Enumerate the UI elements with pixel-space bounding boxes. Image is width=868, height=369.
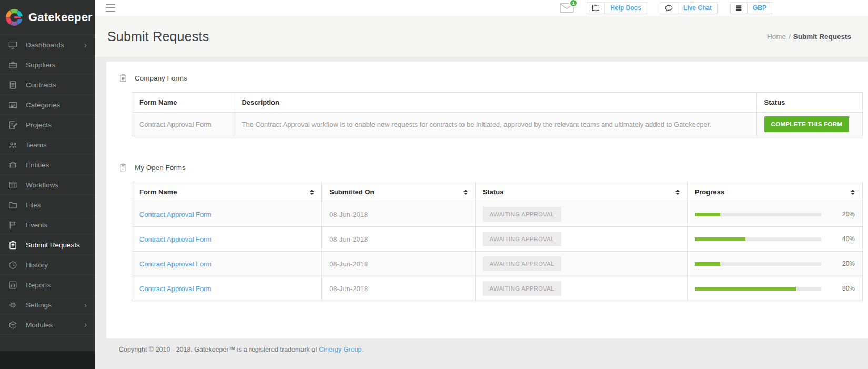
column-header-status: Status (756, 93, 862, 113)
sidebar-item-label: Submit Requests (26, 241, 80, 249)
sidebar-item-label: Settings (26, 301, 52, 309)
sidebar: Gatekeeper Dashboards › Suppliers Contra… (0, 0, 95, 369)
table-row: Contract Approval Form 08-Jun-2018 AWAIT… (132, 202, 863, 227)
complete-this-form-button[interactable]: COMPLETE THIS FORM (764, 116, 850, 132)
progress-percentage: 20% (842, 211, 855, 218)
sidebar-item-events[interactable]: Events (0, 215, 95, 235)
progress-bar (695, 287, 821, 291)
column-header-form-name[interactable]: Form Name (132, 182, 322, 202)
submitted-on-cell: 08-Jun-2018 (322, 252, 476, 276)
sidebar-item-label: Projects (26, 121, 52, 129)
form-link[interactable]: Contract Approval Form (139, 235, 211, 243)
submitted-on-cell: 08-Jun-2018 (322, 202, 476, 227)
section-title: Company Forms (135, 74, 187, 82)
form-link[interactable]: Contract Approval Form (139, 211, 211, 218)
entities-icon (8, 160, 18, 170)
section-title: My Open Forms (135, 164, 186, 172)
sidebar-item-reports[interactable]: Reports (0, 275, 95, 295)
copyright-text: Copyright © 2010 - 2018. Gatekeeper™ is … (119, 346, 319, 353)
table-row: Contract Approval Form 08-Jun-2018 AWAIT… (132, 227, 863, 252)
column-header-form-name: Form Name (132, 93, 234, 113)
help-docs-label: Help Docs (605, 4, 647, 12)
live-chat-label: Live Chat (678, 4, 717, 12)
sidebar-item-files[interactable]: Files (0, 195, 95, 215)
sidebar-item-contracts[interactable]: Contracts (0, 75, 95, 95)
sidebar-item-label: Teams (26, 141, 47, 149)
chat-bubble-icon (660, 3, 678, 14)
table-row: Contract Approval Form 08-Jun-2018 AWAIT… (132, 276, 863, 301)
breadcrumb-separator: / (789, 33, 791, 41)
notification-badge: 1 (569, 0, 578, 7)
sidebar-item-teams[interactable]: Teams (0, 135, 95, 155)
content-card: Company Forms Form Name Description Stat… (106, 62, 868, 338)
teams-icon (8, 140, 18, 150)
progress-cell: 40% (687, 227, 862, 252)
submitted-on-cell: 08-Jun-2018 (322, 227, 476, 252)
cinergy-group-link[interactable]: Cinergy Group. (319, 346, 364, 353)
menu-toggle-icon[interactable] (106, 4, 115, 12)
sidebar-item-modules[interactable]: Modules › (0, 315, 95, 335)
form-name-cell: Contract Approval Form (132, 113, 234, 136)
sort-icon[interactable] (310, 190, 314, 195)
progress-percentage: 80% (842, 285, 855, 292)
description-cell: The Contract Approval workflow is to ena… (234, 113, 756, 136)
chevron-right-icon: › (84, 301, 87, 310)
contracts-icon (8, 80, 18, 90)
form-name-cell: Contract Approval Form (132, 202, 322, 227)
status-badge: AWAITING APPROVAL (483, 232, 561, 246)
breadcrumb-home-link[interactable]: Home (767, 33, 786, 41)
progress-percentage: 20% (842, 260, 855, 267)
chevron-right-icon: › (84, 321, 87, 329)
currency-button[interactable]: GBP (730, 2, 772, 14)
content: Company Forms Form Name Description Stat… (95, 57, 868, 353)
live-chat-button[interactable]: Live Chat (660, 2, 718, 14)
sidebar-item-label: Entities (26, 161, 49, 169)
sidebar-item-submit-requests[interactable]: Submit Requests (0, 235, 95, 255)
sidebar-item-projects[interactable]: Projects (0, 115, 95, 135)
brand-logo[interactable]: Gatekeeper (0, 0, 95, 35)
sort-icon[interactable] (851, 190, 855, 195)
status-badge: AWAITING APPROVAL (483, 207, 561, 222)
sidebar-item-workflows[interactable]: Workflows (0, 175, 95, 195)
sort-icon[interactable] (463, 190, 468, 195)
sidebar-item-categories[interactable]: Categories (0, 95, 95, 115)
sidebar-item-label: Contracts (26, 81, 56, 89)
gatekeeper-logo-icon (5, 8, 24, 27)
form-link[interactable]: Contract Approval Form (139, 260, 211, 268)
events-icon (8, 220, 18, 230)
status-badge: AWAITING APPROVAL (483, 256, 561, 271)
footer: Copyright © 2010 - 2018. Gatekeeper™ is … (106, 338, 868, 353)
sort-icon[interactable] (675, 190, 680, 195)
sidebar-item-label: Modules (26, 321, 53, 329)
messages-button[interactable]: 1 (560, 3, 574, 13)
sidebar-item-label: Suppliers (26, 61, 55, 69)
sidebar-item-dashboards[interactable]: Dashboards › (0, 35, 95, 55)
categories-icon (8, 100, 18, 110)
progress-percentage: 40% (842, 235, 855, 243)
progress-cell: 80% (687, 276, 862, 301)
breadcrumb: Home/Submit Requests (767, 33, 851, 41)
form-link[interactable]: Contract Approval Form (139, 285, 211, 293)
sidebar-item-entities[interactable]: Entities (0, 155, 95, 175)
progress-cell: 20% (687, 252, 862, 276)
status-cell: AWAITING APPROVAL (475, 276, 687, 301)
sidebar-item-settings[interactable]: Settings › (0, 295, 95, 315)
column-header-progress[interactable]: Progress (687, 182, 862, 202)
sidebar-footer (0, 351, 95, 369)
help-docs-button[interactable]: Help Docs (587, 2, 647, 14)
sidebar-item-label: Categories (26, 101, 60, 109)
table-header-row: Form Name Submitted On Status Progress (132, 182, 863, 202)
breadcrumb-current: Submit Requests (793, 33, 851, 41)
form-name-cell: Contract Approval Form (132, 227, 322, 252)
sidebar-item-suppliers[interactable]: Suppliers (0, 55, 95, 75)
suppliers-icon (8, 60, 18, 70)
submit-requests-icon (8, 240, 18, 250)
clipboard-icon (118, 162, 128, 173)
column-label: Form Name (139, 188, 177, 196)
column-header-status[interactable]: Status (475, 182, 687, 202)
company-forms-section-header: Company Forms (118, 73, 868, 83)
sidebar-item-label: Dashboards (26, 41, 64, 49)
column-label: Status (483, 188, 504, 196)
sidebar-item-history[interactable]: History (0, 255, 95, 275)
column-header-submitted-on[interactable]: Submitted On (322, 182, 476, 202)
